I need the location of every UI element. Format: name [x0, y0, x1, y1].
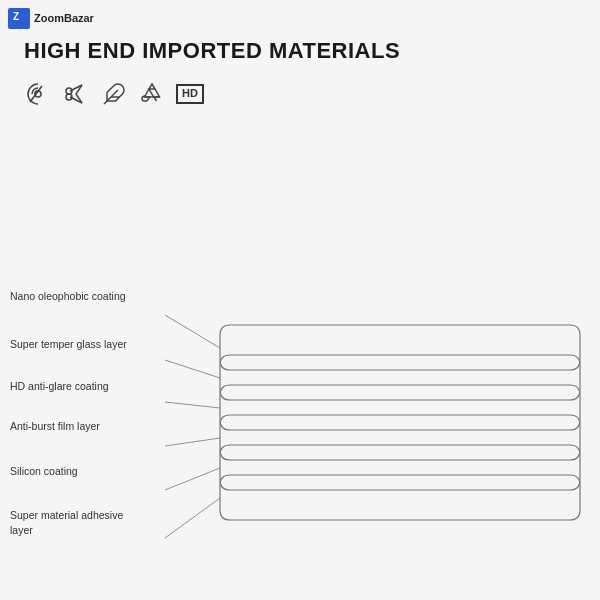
scissors-icon: [62, 80, 90, 108]
label-silicon: Silicon coating: [10, 465, 78, 479]
logo-text: ZoomBazar: [34, 12, 94, 24]
label-adhesive: Super material adhesive layer: [10, 508, 140, 537]
layers-diagram: Nano oleophobic coating Super temper gla…: [0, 120, 600, 600]
fingerprint-icon: [24, 80, 52, 108]
logo-box: Z: [8, 8, 30, 29]
svg-line-12: [165, 360, 220, 378]
label-antiburst: Anti-burst film layer: [10, 420, 100, 434]
label-super-temper: Super temper glass layer: [10, 338, 127, 352]
page-title: HIGH END IMPORTED MATERIALS: [24, 38, 400, 64]
svg-line-8: [165, 498, 220, 538]
logo: Z ZoomBazar: [8, 8, 94, 29]
svg-line-13: [165, 315, 220, 348]
svg-line-10: [165, 438, 220, 446]
svg-line-9: [165, 468, 220, 490]
label-nano-oleophobic: Nano oleophobic coating: [10, 290, 126, 304]
recycle-icon: [138, 80, 166, 108]
label-hd-antiglare: HD anti-glare coating: [10, 380, 109, 394]
hd-badge: HD: [176, 84, 204, 103]
svg-text:Z: Z: [13, 11, 19, 22]
svg-line-11: [165, 402, 220, 408]
page-container: Z ZoomBazar HIGH END IMPORTED MATERIALS: [0, 0, 600, 600]
feather-icon: [100, 80, 128, 108]
icons-row: HD: [24, 80, 204, 108]
